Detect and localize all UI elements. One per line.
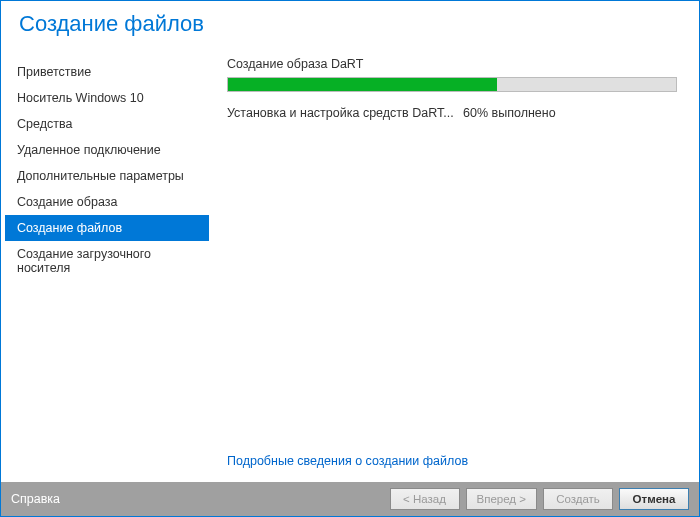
sidebar-item-remote[interactable]: Удаленное подключение (5, 137, 209, 163)
help-link[interactable]: Справка (11, 492, 60, 506)
spacer (227, 120, 677, 444)
sidebar-item-advanced[interactable]: Дополнительные параметры (5, 163, 209, 189)
sidebar-item-bootable-media[interactable]: Создание загрузочного носителя (5, 241, 209, 281)
sidebar-item-create-image[interactable]: Создание образа (5, 189, 209, 215)
page-title: Создание файлов (19, 11, 681, 37)
progress-fill (228, 78, 497, 91)
main-panel: Создание образа DaRT Установка и настрой… (209, 51, 699, 482)
status-text: Установка и настройка средств DaRT... (227, 106, 454, 120)
section-title: Создание образа DaRT (227, 57, 677, 71)
sidebar-item-tools[interactable]: Средства (5, 111, 209, 137)
sidebar-item-welcome[interactable]: Приветствие (5, 59, 209, 85)
status-percent: 60% выполнено (463, 106, 556, 120)
cancel-button[interactable]: Отмена (619, 488, 689, 510)
sidebar-item-media[interactable]: Носитель Windows 10 (5, 85, 209, 111)
wizard-header: Создание файлов (1, 1, 699, 51)
sidebar-item-create-files[interactable]: Создание файлов (5, 215, 209, 241)
wizard-footer: Справка < Назад Вперед > Создать Отмена (1, 482, 699, 516)
details-link[interactable]: Подробные сведения о создании файлов (227, 444, 677, 482)
back-button[interactable]: < Назад (390, 488, 460, 510)
content-area: Приветствие Носитель Windows 10 Средства… (1, 51, 699, 482)
progress-bar (227, 77, 677, 92)
next-button[interactable]: Вперед > (466, 488, 537, 510)
create-button[interactable]: Создать (543, 488, 613, 510)
wizard-steps-sidebar: Приветствие Носитель Windows 10 Средства… (5, 51, 209, 482)
status-line: Установка и настройка средств DaRT... 60… (227, 106, 677, 120)
